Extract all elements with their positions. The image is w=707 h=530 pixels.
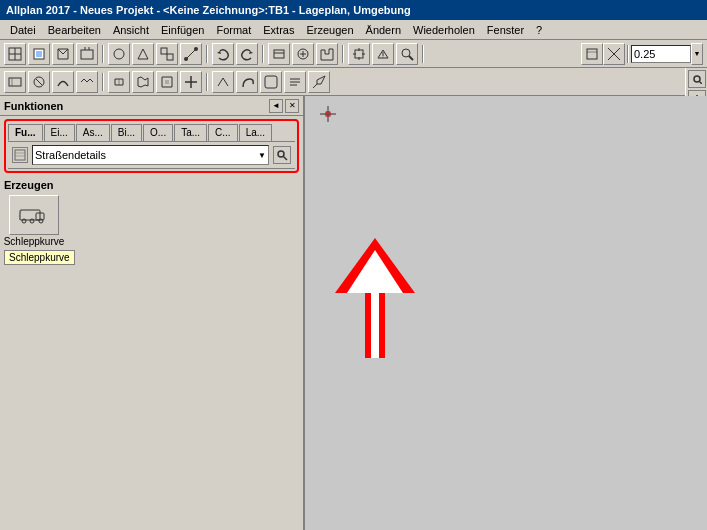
tool-label-schleppkurve: Schleppkurve — [4, 236, 65, 247]
separator-3 — [262, 45, 264, 63]
menu-bearbeiten[interactable]: Bearbeiten — [42, 22, 107, 38]
menu-format[interactable]: Format — [210, 22, 257, 38]
panel-title: Funktionen — [4, 100, 63, 112]
toolbar-dropdown-btn[interactable]: ▼ — [691, 43, 703, 65]
svg-line-11 — [186, 49, 196, 59]
tab-la[interactable]: La... — [239, 124, 272, 141]
svg-rect-4 — [36, 51, 42, 57]
toolbar-btn-7[interactable] — [156, 43, 178, 65]
menu-einfuegen[interactable]: Einfügen — [155, 22, 210, 38]
separator-1 — [102, 45, 104, 63]
toolbar-row-2 — [0, 68, 707, 96]
tab-ei[interactable]: Ei... — [44, 124, 75, 141]
svg-point-13 — [194, 47, 198, 51]
toolbar2-btn-6[interactable] — [132, 71, 154, 93]
menu-aendern[interactable]: Ändern — [360, 22, 407, 38]
menu-erzeugen[interactable]: Erzeugen — [300, 22, 359, 38]
toolbar-btn-10[interactable] — [292, 43, 314, 65]
toolbar2-btn-1[interactable] — [4, 71, 26, 93]
toolbar2-btn-5[interactable] — [108, 71, 130, 93]
toolbar2-btn-12[interactable] — [284, 71, 306, 93]
toolbar2-btn-8[interactable] — [180, 71, 202, 93]
tab-as[interactable]: As... — [76, 124, 110, 141]
toolbar-btn-14[interactable] — [396, 43, 418, 65]
svg-rect-21 — [355, 50, 363, 58]
separator-8 — [206, 73, 208, 91]
toolbar-btn-13[interactable] — [372, 43, 394, 65]
toolbar-btn-8[interactable] — [180, 43, 202, 65]
menu-extras[interactable]: Extras — [257, 22, 300, 38]
toolbar2-btn-10[interactable] — [236, 71, 258, 93]
svg-rect-16 — [274, 50, 284, 58]
toolbar-btn-6[interactable] — [132, 43, 154, 65]
svg-line-49 — [284, 157, 288, 161]
red-highlight-box: Fu... Ei... As... Bi... O... Ta... C... … — [4, 119, 299, 173]
menu-help[interactable]: ? — [530, 22, 548, 38]
svg-rect-34 — [9, 78, 21, 86]
tab-fu[interactable]: Fu... — [8, 124, 43, 141]
menu-datei[interactable]: Datei — [4, 22, 42, 38]
panel-title-bar: Funktionen ◄ ✕ — [0, 96, 303, 116]
tool-tooltip-schleppkurve: Schleppkurve — [4, 250, 75, 265]
toolbar-btn-5[interactable] — [108, 43, 130, 65]
category-dropdown[interactable]: Straßendetails ▼ — [32, 145, 269, 165]
toolbar2-btn-3[interactable] — [52, 71, 74, 93]
toolbar-btn-15[interactable] — [581, 43, 603, 65]
tool-schleppkurve[interactable]: Schleppkurve Schleppkurve — [4, 195, 64, 247]
panel-tabs: Fu... Ei... As... Bi... O... Ta... C... … — [8, 123, 295, 142]
svg-point-8 — [114, 49, 124, 59]
svg-rect-50 — [20, 210, 40, 220]
panel-dropdown-row: Straßendetails ▼ — [8, 142, 295, 169]
toolbar-btn-16[interactable] — [603, 43, 625, 65]
dropdown-value: Straßendetails — [35, 149, 106, 161]
menu-wiederholen[interactable]: Wiederholen — [407, 22, 481, 38]
svg-rect-5 — [81, 50, 93, 59]
toolbar-btn-2[interactable] — [28, 43, 50, 65]
svg-point-12 — [184, 57, 188, 61]
menu-ansicht[interactable]: Ansicht — [107, 22, 155, 38]
toolbar-btn-12[interactable] — [348, 43, 370, 65]
svg-rect-45 — [15, 150, 25, 160]
toolbar-btn-9[interactable] — [268, 43, 290, 65]
strip-btn-1[interactable] — [688, 70, 706, 88]
svg-marker-14 — [217, 51, 221, 54]
tab-ta[interactable]: Ta... — [174, 124, 207, 141]
svg-rect-10 — [167, 54, 173, 60]
menu-fenster[interactable]: Fenster — [481, 22, 530, 38]
toolbar-btn-11[interactable] — [316, 43, 338, 65]
panel-dock-btn[interactable]: ◄ — [269, 99, 283, 113]
search-button[interactable] — [273, 146, 291, 164]
separator-7 — [102, 73, 104, 91]
toolbar-undo[interactable] — [212, 43, 234, 65]
toolbar-btn-1[interactable] — [4, 43, 26, 65]
svg-point-27 — [383, 56, 384, 57]
svg-marker-15 — [249, 51, 253, 54]
main-layout: Funktionen ◄ ✕ Fu... Ei... As... Bi... O… — [0, 96, 707, 530]
toolbar-btn-4[interactable] — [76, 43, 98, 65]
panel-close-btn[interactable]: ✕ — [285, 99, 299, 113]
toolbar2-btn-2[interactable] — [28, 71, 50, 93]
title-bar: Allplan 2017 - Neues Projekt - <Keine Ze… — [0, 0, 707, 20]
crosshair-indicator — [320, 106, 336, 124]
tab-c[interactable]: C... — [208, 124, 238, 141]
separator-5 — [422, 45, 424, 63]
dropdown-arrow-icon: ▼ — [258, 151, 266, 160]
scale-input[interactable] — [631, 45, 691, 63]
tab-bi[interactable]: Bi... — [111, 124, 142, 141]
toolbar-row-1: ▼ — [0, 40, 707, 68]
tab-o[interactable]: O... — [143, 124, 173, 141]
svg-line-37 — [36, 79, 42, 85]
svg-rect-65 — [371, 288, 379, 358]
toolbar2-btn-4[interactable] — [76, 71, 98, 93]
toolbar-btn-3[interactable] — [52, 43, 74, 65]
toolbar2-btn-9[interactable] — [212, 71, 234, 93]
toolbar-redo[interactable] — [236, 43, 258, 65]
svg-line-56 — [699, 82, 702, 85]
separator-2 — [206, 45, 208, 63]
toolbar2-btn-11[interactable] — [260, 71, 282, 93]
panel-dropdown-icon — [12, 147, 28, 163]
toolbar2-btn-13[interactable] — [308, 71, 330, 93]
canvas-background[interactable] — [305, 96, 707, 530]
svg-rect-30 — [587, 49, 597, 59]
toolbar2-btn-7[interactable] — [156, 71, 178, 93]
